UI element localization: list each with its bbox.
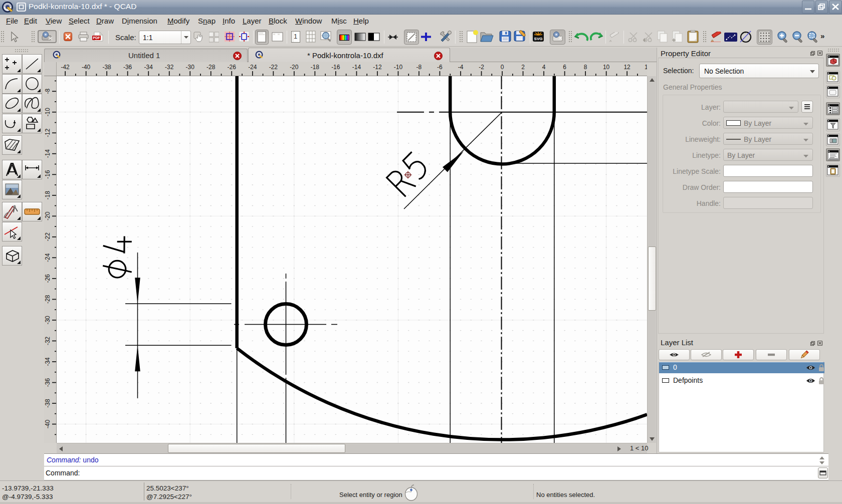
svg-text:-8: -8 bbox=[416, 64, 422, 71]
svg-text:-30: -30 bbox=[44, 316, 51, 325]
svg-text:-18: -18 bbox=[44, 191, 51, 200]
svg-text:-32: -32 bbox=[44, 336, 51, 345]
svg-text:-24: -24 bbox=[44, 253, 51, 262]
svg-text:-4: -4 bbox=[458, 64, 464, 71]
svg-text:-14: -14 bbox=[352, 64, 361, 71]
svg-text:-10: -10 bbox=[394, 64, 403, 71]
svg-text:-16: -16 bbox=[331, 64, 340, 71]
svg-text:6: 6 bbox=[563, 64, 566, 71]
svg-text:-24: -24 bbox=[248, 64, 257, 71]
svg-text:-36: -36 bbox=[44, 378, 51, 387]
svg-text:-8: -8 bbox=[44, 89, 51, 94]
svg-text:-40: -40 bbox=[82, 64, 91, 71]
svg-text:SVG: SVG bbox=[534, 37, 543, 41]
svg-text:-38: -38 bbox=[44, 399, 51, 408]
svg-text:-28: -28 bbox=[44, 295, 51, 304]
svg-text:-28: -28 bbox=[206, 64, 216, 71]
svg-text:14: 14 bbox=[645, 64, 647, 71]
svg-text:-42: -42 bbox=[61, 64, 70, 71]
svg-text:-36: -36 bbox=[123, 64, 132, 71]
svg-text:-32: -32 bbox=[165, 64, 174, 71]
svg-text:-26: -26 bbox=[44, 274, 51, 283]
svg-text:8: 8 bbox=[584, 64, 587, 71]
svg-text:-2: -2 bbox=[479, 64, 484, 71]
svg-text:10: 10 bbox=[603, 64, 610, 71]
svg-text:-10: -10 bbox=[44, 108, 51, 117]
svg-text:-40: -40 bbox=[44, 420, 51, 429]
svg-text:12: 12 bbox=[623, 64, 630, 71]
svg-text:-26: -26 bbox=[228, 64, 237, 71]
svg-text:-22: -22 bbox=[44, 232, 51, 241]
svg-text:-38: -38 bbox=[102, 64, 111, 71]
svg-text:-12: -12 bbox=[44, 128, 51, 137]
svg-text:-20: -20 bbox=[44, 211, 51, 220]
svg-text:2: 2 bbox=[521, 64, 525, 71]
svg-text:-18: -18 bbox=[311, 64, 320, 71]
svg-text:-34: -34 bbox=[144, 64, 153, 71]
svg-text:-16: -16 bbox=[44, 170, 51, 179]
svg-text:0: 0 bbox=[501, 64, 504, 71]
svg-text:-34: -34 bbox=[44, 357, 51, 366]
svg-text:-6: -6 bbox=[437, 64, 443, 71]
svg-text:-14: -14 bbox=[44, 149, 51, 158]
svg-text:-20: -20 bbox=[290, 64, 299, 71]
svg-text:-12: -12 bbox=[373, 64, 382, 71]
svg-text:-30: -30 bbox=[186, 64, 195, 71]
svg-text:4: 4 bbox=[542, 64, 546, 71]
svg-text:-22: -22 bbox=[269, 64, 278, 71]
